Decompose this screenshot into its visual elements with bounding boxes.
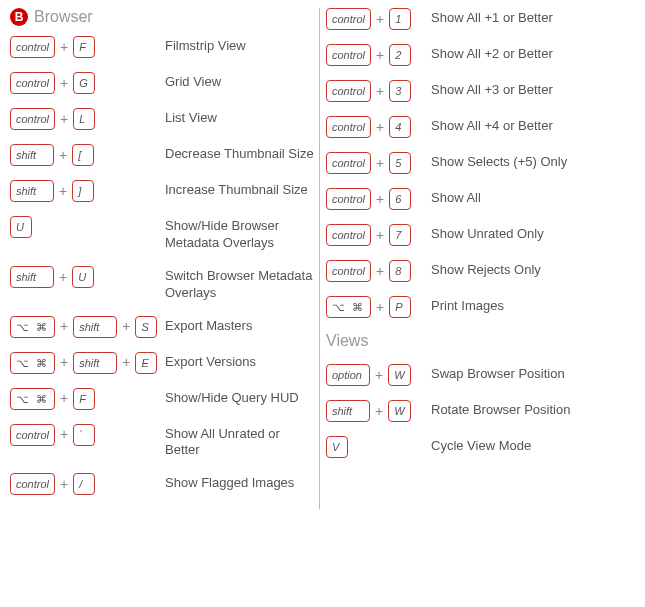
shortcut-description: Show Selects (+5) Only [431, 152, 567, 171]
shortcut-description: Show All +3 or Better [431, 80, 553, 99]
shortcut-description: Export Masters [165, 316, 252, 335]
plus-separator: + [58, 353, 70, 371]
option-command-key: ⌥ ⌘ [10, 352, 55, 374]
option-command-key: ⌥ ⌘ [10, 316, 55, 338]
n8-key: 8 [389, 260, 411, 282]
control-key: control [326, 8, 371, 30]
shortcut-description: Cycle View Mode [431, 436, 531, 455]
key-sequence: shift+W [326, 400, 431, 422]
control-key: control [10, 473, 55, 495]
plus-separator: + [374, 154, 386, 172]
shortcut-row: control+`Show All Unrated or Better [10, 424, 315, 460]
shortcut-description: Show All Unrated or Better [165, 424, 315, 460]
shortcut-row: ⌥ ⌘+PPrint Images [326, 296, 631, 318]
shortcut-row: shift+]Increase Thumbnail Size [10, 180, 315, 202]
key-sequence: control+7 [326, 224, 431, 246]
S-key: S [135, 316, 157, 338]
control-key: control [326, 188, 371, 210]
shortcut-row: control+FFilmstrip View [10, 36, 315, 58]
L-key: L [73, 108, 95, 130]
plus-separator: + [374, 10, 386, 28]
section-title: Browser [34, 8, 93, 26]
shortcut-description: Show All +4 or Better [431, 116, 553, 135]
option-command-key: ⌥ ⌘ [10, 388, 55, 410]
slash-key: / [73, 473, 95, 495]
plus-separator: + [374, 82, 386, 100]
control-key: control [326, 152, 371, 174]
shortcut-row: control+6Show All [326, 188, 631, 210]
plus-separator: + [58, 475, 70, 493]
key-sequence: control+/ [10, 473, 165, 495]
shortcut-row: control+1Show All +1 or Better [326, 8, 631, 30]
key-sequence: V [326, 436, 431, 458]
U-key: U [72, 266, 94, 288]
control-key: control [326, 116, 371, 138]
shift-key: shift [73, 352, 117, 374]
W-key: W [388, 400, 410, 422]
key-sequence: control+1 [326, 8, 431, 30]
shortcut-description: Show All [431, 188, 481, 207]
shortcut-description: List View [165, 108, 217, 127]
control-key: control [10, 36, 55, 58]
shortcut-row: control+2Show All +2 or Better [326, 44, 631, 66]
plus-separator: + [374, 262, 386, 280]
plus-separator: + [374, 298, 386, 316]
key-sequence: control+6 [326, 188, 431, 210]
shortcut-description: Show All +1 or Better [431, 8, 553, 27]
key-sequence: shift+[ [10, 144, 165, 166]
key-sequence: U [10, 216, 165, 238]
shortcut-description: Show Unrated Only [431, 224, 544, 243]
plus-separator: + [58, 425, 70, 443]
shortcut-description: Show All +2 or Better [431, 44, 553, 63]
control-key: control [326, 224, 371, 246]
key-sequence: control+2 [326, 44, 431, 66]
plus-separator: + [58, 110, 70, 128]
plus-separator: + [57, 268, 69, 286]
views-section-title: Views [326, 332, 631, 350]
control-key: control [10, 424, 55, 446]
n7-key: 7 [389, 224, 411, 246]
F-key: F [73, 36, 95, 58]
option-key: option [326, 364, 370, 386]
key-sequence: control+` [10, 424, 165, 446]
key-sequence: option+W [326, 364, 431, 386]
shortcut-row: control+/Show Flagged Images [10, 473, 315, 495]
lbracket-key: [ [72, 144, 94, 166]
control-key: control [326, 80, 371, 102]
plus-separator: + [57, 146, 69, 164]
W-key: W [388, 364, 410, 386]
n2-key: 2 [389, 44, 411, 66]
shift-key: shift [10, 144, 54, 166]
section-header: B Browser [10, 8, 315, 26]
shortcut-row: UShow/Hide Browser Metadata Overlays [10, 216, 315, 252]
shortcut-row: ⌥ ⌘+FShow/Hide Query HUD [10, 388, 315, 410]
n5-key: 5 [389, 152, 411, 174]
key-sequence: ⌥ ⌘+P [326, 296, 431, 318]
plus-separator: + [373, 402, 385, 420]
shortcut-row: shift+WRotate Browser Position [326, 400, 631, 422]
G-key: G [73, 72, 95, 94]
shortcut-row: option+WSwap Browser Position [326, 364, 631, 386]
plus-separator: + [120, 317, 132, 335]
plus-separator: + [374, 226, 386, 244]
key-sequence: ⌥ ⌘+shift+E [10, 352, 165, 374]
control-key: control [326, 44, 371, 66]
key-sequence: control+5 [326, 152, 431, 174]
backtick-key: ` [73, 424, 95, 446]
shortcut-description: Show Rejects Only [431, 260, 541, 279]
shortcut-row: control+LList View [10, 108, 315, 130]
key-sequence: control+8 [326, 260, 431, 282]
control-key: control [326, 260, 371, 282]
key-sequence: ⌥ ⌘+F [10, 388, 165, 410]
shift-key: shift [10, 180, 54, 202]
shortcut-description: Filmstrip View [165, 36, 246, 55]
rbracket-key: ] [72, 180, 94, 202]
V-key: V [326, 436, 348, 458]
key-sequence: control+F [10, 36, 165, 58]
shortcut-row: ⌥ ⌘+shift+EExport Versions [10, 352, 315, 374]
plus-separator: + [58, 74, 70, 92]
shortcut-row: control+4Show All +4 or Better [326, 116, 631, 138]
E-key: E [135, 352, 157, 374]
shortcut-row: control+8Show Rejects Only [326, 260, 631, 282]
shift-key: shift [10, 266, 54, 288]
